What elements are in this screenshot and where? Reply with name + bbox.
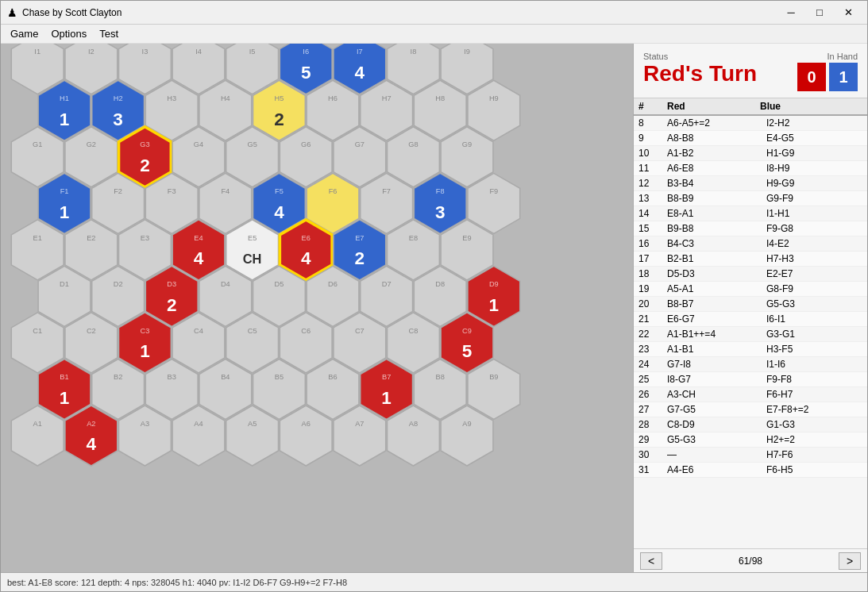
label-I3: I3 bbox=[142, 48, 149, 56]
move-num: 19 bbox=[637, 283, 665, 295]
value-B1: 1 bbox=[60, 388, 70, 408]
value-I6: 5 bbox=[301, 63, 311, 83]
label-H5: H5 bbox=[275, 94, 284, 102]
move-red: — bbox=[665, 448, 765, 461]
menu-test[interactable]: Test bbox=[93, 25, 125, 43]
table-row[interactable]: 20 B8-B7 G5-G3 bbox=[634, 297, 867, 312]
label-I7: I7 bbox=[357, 48, 363, 56]
table-row[interactable]: 14 E8-A1 I1-H1 bbox=[634, 206, 867, 221]
table-row[interactable]: 27 G7-G5 E7-F8+=2 bbox=[634, 402, 867, 417]
move-num: 23 bbox=[637, 343, 665, 356]
move-num: 26 bbox=[637, 388, 665, 401]
label-H8: H8 bbox=[435, 94, 445, 102]
move-blue: F9-G8 bbox=[765, 222, 864, 235]
label-I8: I8 bbox=[411, 48, 417, 56]
table-row[interactable]: 12 B3-B4 H9-G9 bbox=[634, 176, 867, 191]
table-row[interactable]: 19 A5-A1 G8-F9 bbox=[634, 282, 867, 297]
label-I5: I5 bbox=[249, 48, 256, 56]
table-row[interactable]: 30 — H7-F6 bbox=[634, 448, 867, 463]
move-red: A1-B1 bbox=[665, 343, 765, 356]
menu-game[interactable]: Game bbox=[4, 25, 44, 43]
col-red: Red bbox=[665, 100, 758, 113]
move-red: G7-G5 bbox=[665, 403, 765, 416]
table-row[interactable]: 18 D5-D3 E2-E7 bbox=[634, 267, 867, 282]
moves-table-container: # Red Blue 8 A6-A5+=2 I2-H29 A8-B8 E4-G5… bbox=[634, 98, 867, 548]
table-row[interactable]: 22 A1-B1++=4 G3-G1 bbox=[634, 327, 867, 342]
label-B1: B1 bbox=[60, 373, 68, 381]
value-H5: 2 bbox=[274, 110, 284, 129]
move-blue: H1-G9 bbox=[765, 147, 864, 160]
move-num: 17 bbox=[637, 252, 665, 265]
move-red: B3-B4 bbox=[665, 177, 765, 190]
value-C3: 1 bbox=[140, 341, 150, 361]
maximize-button[interactable]: □ bbox=[807, 4, 832, 21]
label-C5: C5 bbox=[248, 327, 257, 335]
table-row[interactable]: 9 A8-B8 E4-G5 bbox=[634, 131, 867, 146]
label-D3: D3 bbox=[167, 280, 176, 288]
move-red: A3-CH bbox=[665, 388, 765, 401]
menu-options[interactable]: Options bbox=[44, 25, 93, 43]
table-row[interactable]: 21 E6-G7 I6-I1 bbox=[634, 312, 867, 327]
move-blue: F6-H5 bbox=[765, 463, 864, 476]
table-row[interactable]: 29 G5-G3 H2+=2 bbox=[634, 432, 867, 448]
close-button[interactable]: ✕ bbox=[835, 4, 861, 21]
label-F8: F8 bbox=[436, 187, 445, 195]
move-red: C8-D9 bbox=[665, 418, 765, 431]
label-C3: C3 bbox=[141, 327, 150, 335]
window-controls: ─ □ ✕ bbox=[778, 4, 861, 21]
label-A3: A3 bbox=[141, 420, 149, 428]
move-blue: G8-F9 bbox=[765, 283, 864, 295]
in-hand-boxes: 0 1 bbox=[797, 63, 858, 91]
turn-display: Red's Turn bbox=[643, 61, 757, 86]
statusbar: best: A1-E8 score: 121 depth: 4 nps: 328… bbox=[1, 572, 867, 591]
move-red: B8-B7 bbox=[665, 298, 765, 310]
label-H7: H7 bbox=[382, 94, 392, 102]
table-row[interactable]: 10 A1-B2 H1-G9 bbox=[634, 146, 867, 161]
moves-table-body[interactable]: 8 A6-A5+=2 I2-H29 A8-B8 E4-G510 A1-B2 H1… bbox=[634, 116, 867, 548]
label-E1: E1 bbox=[33, 234, 42, 242]
table-row[interactable]: 26 A3-CH F6-H7 bbox=[634, 387, 867, 402]
move-red: A5-A1 bbox=[665, 283, 765, 295]
label-D8: D8 bbox=[435, 280, 445, 288]
app-icon: ♟ bbox=[7, 6, 17, 19]
table-row[interactable]: 23 A1-B1 H3-F5 bbox=[634, 342, 867, 357]
move-red: A1-B1++=4 bbox=[665, 328, 765, 340]
table-row[interactable]: 13 B8-B9 G9-F9 bbox=[634, 191, 867, 206]
table-row[interactable]: 17 B2-B1 H7-H3 bbox=[634, 252, 867, 267]
move-red: G5-G3 bbox=[665, 433, 765, 446]
prev-page-button[interactable]: < bbox=[640, 552, 662, 570]
status-panel: Status Red's Turn In Hand 0 1 bbox=[634, 44, 867, 98]
table-row[interactable]: 25 I8-G7 F9-F8 bbox=[634, 372, 867, 387]
table-row[interactable]: 11 A6-E8 I8-H9 bbox=[634, 161, 867, 176]
board-area[interactable]: I1I2I3I4I5I65I74I8I9H11H23H3H4H52H6H7H8H… bbox=[1, 44, 633, 572]
label-F7: F7 bbox=[382, 187, 391, 195]
move-red: A6-E8 bbox=[665, 162, 765, 175]
label-D1: D1 bbox=[60, 280, 69, 288]
label-G7: G7 bbox=[355, 140, 365, 148]
move-num: 24 bbox=[637, 358, 665, 371]
next-page-button[interactable]: > bbox=[839, 552, 861, 570]
table-row[interactable]: 28 C8-D9 G1-G3 bbox=[634, 417, 867, 432]
move-red: A8-B8 bbox=[665, 132, 765, 144]
table-row[interactable]: 31 A4-E6 F6-H5 bbox=[634, 463, 867, 478]
label-G8: G8 bbox=[408, 140, 418, 148]
label-G3: G3 bbox=[140, 140, 149, 148]
move-blue: F9-F8 bbox=[765, 373, 864, 386]
value-H1: 1 bbox=[60, 110, 70, 129]
main-content: I1I2I3I4I5I65I74I8I9H11H23H3H4H52H6H7H8H… bbox=[1, 44, 867, 572]
value-D9: 1 bbox=[489, 295, 500, 315]
label-I2: I2 bbox=[88, 48, 95, 56]
table-row[interactable]: 16 B4-C3 I4-E2 bbox=[634, 236, 867, 252]
label-I1: I1 bbox=[34, 48, 41, 56]
value-I7: 4 bbox=[355, 63, 365, 83]
table-row[interactable]: 15 B9-B8 F9-G8 bbox=[634, 221, 867, 236]
label-D9: D9 bbox=[489, 280, 499, 288]
move-blue: I2-H2 bbox=[765, 117, 864, 129]
table-row[interactable]: 8 A6-A5+=2 I2-H2 bbox=[634, 116, 867, 131]
minimize-button[interactable]: ─ bbox=[778, 4, 804, 21]
move-red: B9-B8 bbox=[665, 222, 765, 235]
move-blue: I6-I1 bbox=[765, 313, 864, 325]
move-blue: H7-H3 bbox=[765, 252, 864, 265]
table-row[interactable]: 24 G7-I8 I1-I6 bbox=[634, 357, 867, 372]
value-D3: 2 bbox=[167, 295, 177, 315]
